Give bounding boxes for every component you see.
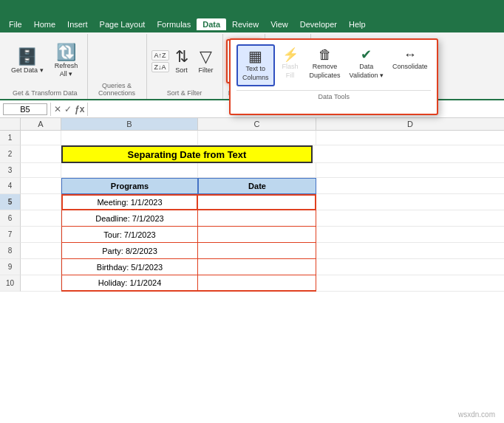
cell-a9[interactable] [21,259,61,275]
table-row: 9 Birthday: 5/1/2023 [0,259,504,275]
group-label-queries: Queries & Connections [88,82,146,97]
cell-d2[interactable] [313,145,504,163]
cell-d5[interactable] [316,194,504,210]
spreadsheet: A B C D 1 2 Separating Date from Text 3 [0,118,504,423]
cell-d8[interactable] [316,243,504,259]
row-num: 10 [0,275,21,292]
cell-d3[interactable] [316,163,504,178]
sort-button[interactable]: ⇅ Sort [171,46,193,77]
cell-b10[interactable]: Holiday: 1/1/2024 [61,275,198,292]
row-num: 9 [0,259,21,275]
cell-c1[interactable] [198,131,316,145]
menu-file[interactable]: File [3,18,28,30]
row-num: 6 [0,210,21,227]
menu-bar: const pd = JSON.parse(document.getElemen… [0,0,504,16]
table-row: 4 Programs Date [0,178,504,194]
column-headers: A B C D [0,118,504,131]
table-row: 6 Deadline: 7/1/2023 [0,210,504,227]
menu-insert[interactable]: Insert [61,18,94,30]
menu-help[interactable]: Help [343,18,372,30]
cell-a6[interactable] [21,210,61,227]
confirm-formula-icon[interactable]: ✓ [64,104,72,114]
cell-d10[interactable] [316,275,504,292]
cell-reference-box[interactable] [3,103,47,115]
cell-b1[interactable] [61,131,198,145]
menu-formulas[interactable]: Formulas [151,18,197,30]
cell-c8[interactable] [198,243,316,259]
formula-divider [50,103,51,116]
cell-a4[interactable] [21,178,61,194]
formula-divider2 [87,103,88,116]
cell-b4-header[interactable]: Programs [61,178,198,194]
col-header-d[interactable]: D [316,118,504,130]
cell-c6[interactable] [198,210,316,227]
cell-a7[interactable] [21,227,61,243]
filter-button[interactable]: ▽ Filter [194,46,218,77]
cell-c9[interactable] [198,259,316,275]
flash-fill-icon: ⚡ [282,48,299,61]
cell-d9[interactable] [316,259,504,275]
row-num: 5 [0,194,21,210]
col-header-a[interactable]: A [21,118,61,130]
cell-c3[interactable] [198,163,316,178]
cell-b8[interactable]: Party: 8/2/2023 [61,243,198,259]
row-num: 3 [0,163,21,178]
text-to-columns-button[interactable]: ▦ Text to Columns [236,44,275,86]
cancel-formula-icon[interactable]: ✕ [54,104,61,114]
cell-a5[interactable] [21,194,61,210]
insert-function-icon[interactable]: ƒx [75,104,84,114]
watermark: wsxdn.com [458,410,495,419]
cell-a1[interactable] [21,131,61,145]
table-row: 8 Party: 8/2/2023 [0,243,504,259]
cell-a8[interactable] [21,243,61,259]
cell-a10[interactable] [21,275,61,292]
cell-c5[interactable] [198,194,316,210]
ribbon-group-queries: Queries & Connections [88,34,147,99]
cell-c7[interactable] [198,227,316,243]
menu-home[interactable]: Home [28,18,61,30]
cell-b7[interactable]: Tour: 7/1/2023 [61,227,198,243]
cell-d6[interactable] [316,210,504,227]
data-validation-button[interactable]: ✔ Data Validation ▾ [346,44,387,83]
cell-d7[interactable] [316,227,504,243]
table-row: 1 [0,131,504,145]
table-row: 5 Meeting: 1/1/2023 [0,194,504,210]
refresh-all-button[interactable]: 🔃 Refresh All ▾ [50,41,83,81]
cell-b5[interactable]: Meeting: 1/1/2023 [61,194,198,210]
cell-b6[interactable]: Deadline: 7/1/2023 [61,210,198,227]
cell-b9[interactable]: Birthday: 5/1/2023 [61,259,198,275]
row-num: 1 [0,131,21,145]
filter-icon: ▽ [200,49,212,65]
sort-icon: ⇅ [175,49,188,65]
remove-duplicates-button[interactable]: 🗑 Remove Duplicates [306,44,344,83]
menu-page-layout[interactable]: Page Layout [94,18,151,30]
cell-b3[interactable] [61,163,198,178]
col-header-b[interactable]: B [61,118,198,130]
cell-d4[interactable] [316,178,504,194]
consolidate-button[interactable]: ↔ Consolidate [389,44,432,75]
remove-duplicates-icon: 🗑 [319,48,332,61]
cell-d1[interactable] [316,131,504,145]
ribbon-group-get-transform: 🗄️ Get Data ▾ 🔃 Refresh All ▾ Get & Tran… [3,34,88,99]
get-data-button[interactable]: 🗄️ Get Data ▾ [7,46,47,78]
text-to-columns-icon: ▦ [248,49,262,63]
formula-icons: ✕ ✓ ƒx [54,104,84,114]
cell-c10[interactable] [198,275,316,292]
menu-data[interactable]: Data [197,18,226,30]
menu-view[interactable]: View [265,18,294,30]
ribbon-group-sort-filter: A↑Z Z↓A ⇅ Sort ▽ Filter Sort & Filter [147,34,223,99]
table-row: 3 [0,163,504,178]
cell-a2[interactable] [21,145,61,163]
data-tools-popup: ▦ Text to Columns ⚡ Flash Fill 🗑 Remove … [229,38,438,115]
menu-review[interactable]: Review [226,18,265,30]
menu-developer[interactable]: Developer [294,18,343,30]
sort-za-button[interactable]: Z↓A [151,62,169,72]
col-header-c[interactable]: C [198,118,316,130]
flash-fill-button[interactable]: ⚡ Flash Fill [276,44,304,83]
cell-c4-header[interactable]: Date [198,178,316,194]
cell-b2-title[interactable]: Separating Date from Text [61,145,313,163]
cell-a3[interactable] [21,163,61,178]
sort-az-button[interactable]: A↑Z [151,50,169,61]
group-label-get-transform: Get & Transform Data [3,89,87,97]
get-data-icon: 🗄️ [17,49,37,65]
